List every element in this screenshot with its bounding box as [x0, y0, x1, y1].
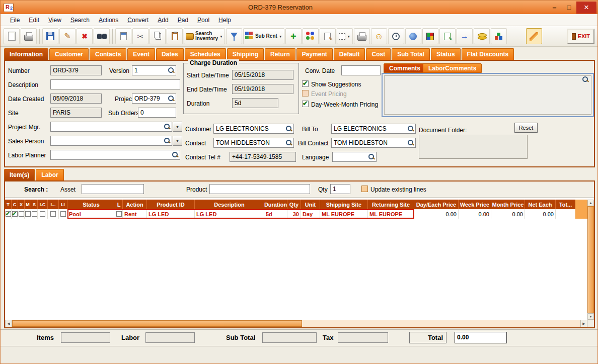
- tab-cost[interactable]: Cost: [366, 48, 391, 60]
- menu-convert[interactable]: Convert: [123, 15, 153, 25]
- toolbar-new-button[interactable]: [4, 28, 20, 44]
- menu-edit[interactable]: Edit: [24, 15, 44, 25]
- sales-person-dropdown[interactable]: [173, 136, 182, 146]
- col-header-c[interactable]: C: [12, 200, 18, 209]
- horizontal-scroll-track[interactable]: [302, 320, 580, 327]
- sub-orders-field[interactable]: 0: [138, 108, 176, 118]
- row-checkbox-ic[interactable]: [40, 211, 45, 217]
- tab-default[interactable]: Default: [334, 48, 365, 60]
- number-field[interactable]: ORD-379: [50, 65, 102, 75]
- tab-return[interactable]: Return: [265, 48, 295, 60]
- toolbar-clock-button[interactable]: [388, 28, 404, 44]
- product-input[interactable]: [209, 184, 310, 194]
- toolbar-cube-button[interactable]: [422, 28, 438, 44]
- project-mgr-field[interactable]: [50, 122, 172, 132]
- exit-button[interactable]: EXIT: [567, 29, 594, 44]
- col-header-duration[interactable]: Duration: [264, 200, 287, 209]
- menu-help[interactable]: Help: [214, 15, 236, 25]
- tab-shipping[interactable]: Shipping: [227, 48, 264, 60]
- scroll-up-arrow-icon[interactable]: [587, 200, 594, 206]
- cell-tot[interactable]: [556, 209, 575, 219]
- start-date-field[interactable]: 05/15/2018: [232, 70, 293, 80]
- bill-to-field[interactable]: LG ELECTRONICS: [331, 124, 416, 134]
- col-header-l[interactable]: L: [115, 200, 123, 209]
- version-field[interactable]: 1: [132, 65, 176, 75]
- project-field[interactable]: ORD-379: [132, 94, 176, 104]
- search-icon[interactable]: [407, 139, 414, 146]
- cell-product-id[interactable]: LG LED: [147, 209, 195, 219]
- customer-field[interactable]: LG ELECTRONICS: [213, 124, 294, 134]
- close-button[interactable]: [576, 2, 596, 14]
- contact-tel-field[interactable]: +44-17-5349-1585: [230, 152, 296, 162]
- cell-net-each[interactable]: 0.00: [525, 209, 556, 219]
- tab-comments[interactable]: Comments: [384, 63, 426, 73]
- row-checkbox-c[interactable]: [12, 211, 18, 217]
- update-existing-checkbox[interactable]: [361, 186, 368, 192]
- col-header-description[interactable]: Description: [195, 200, 264, 209]
- document-folder-area[interactable]: [419, 135, 528, 159]
- selected-row-region[interactable]: Pool Rent LG LED LG LED 5d 30 Day ML EUR…: [67, 209, 414, 219]
- col-header-shipping-site[interactable]: Shipping Site: [320, 200, 368, 209]
- date-created-field[interactable]: 05/09/2018: [50, 94, 102, 104]
- toolbar-notes-button[interactable]: [320, 28, 336, 44]
- tab-items[interactable]: Item(s): [4, 169, 35, 180]
- tab-payment[interactable]: Payment: [296, 48, 333, 60]
- show-suggestions-checkbox[interactable]: [302, 80, 309, 87]
- toolbar-selection-button[interactable]: [337, 28, 353, 44]
- search-icon[interactable]: [164, 123, 171, 130]
- tab-customer[interactable]: Customer: [49, 48, 89, 60]
- contact-field[interactable]: TOM HIDDLESTON: [213, 138, 294, 148]
- dwm-pricing-checkbox[interactable]: [302, 101, 309, 107]
- toolbar-group-button[interactable]: [303, 28, 319, 44]
- col-header-t[interactable]: T: [5, 200, 12, 209]
- search-inventory-button[interactable]: Search Inventory: [184, 28, 225, 44]
- toolbar-find-document-button[interactable]: [115, 28, 131, 44]
- search-icon[interactable]: [285, 125, 292, 132]
- col-header-idots[interactable]: I...: [48, 200, 59, 209]
- col-header-x[interactable]: X: [18, 200, 25, 209]
- scroll-down-arrow-icon[interactable]: [587, 313, 594, 320]
- col-header-ii[interactable]: I.I: [59, 200, 67, 209]
- end-date-field[interactable]: 05/19/2018: [232, 84, 293, 94]
- row-checkbox-x[interactable]: [19, 211, 24, 217]
- toolbar-cut-button[interactable]: ✂: [132, 28, 148, 44]
- tab-information[interactable]: Information: [4, 48, 48, 60]
- cell-shipping-site[interactable]: ML EUROPE: [320, 209, 368, 219]
- toolbar-funnel-button[interactable]: [226, 28, 242, 44]
- col-header-m[interactable]: M: [25, 200, 31, 209]
- search-icon[interactable]: [285, 139, 292, 146]
- cell-action[interactable]: Rent: [123, 209, 147, 219]
- bill-contact-field[interactable]: TOM HIDDLESTON: [331, 138, 416, 148]
- col-header-day-each-price[interactable]: Day/Each Price: [414, 200, 459, 209]
- toolbar-smiley-button[interactable]: ☺: [371, 28, 387, 44]
- col-header-product-id[interactable]: Product ID: [147, 200, 195, 209]
- col-header-qty[interactable]: Qty: [287, 200, 301, 209]
- col-header-tot[interactable]: Tot...: [556, 200, 575, 209]
- description-field[interactable]: [50, 79, 180, 89]
- tab-status[interactable]: Status: [431, 48, 461, 60]
- toolbar-blocks-button[interactable]: [491, 28, 507, 44]
- cell-duration[interactable]: 5d: [264, 209, 287, 219]
- tab-sub-total[interactable]: Sub Total: [392, 48, 430, 60]
- menu-add[interactable]: Add: [153, 15, 173, 25]
- search-icon[interactable]: [168, 95, 175, 102]
- toolbar-print-button[interactable]: [21, 28, 37, 44]
- vertical-scrollbar[interactable]: [587, 200, 594, 320]
- toolbar-paste-button[interactable]: [167, 28, 183, 44]
- cell-status[interactable]: Pool: [67, 209, 115, 219]
- cell-week-price[interactable]: 0.00: [459, 209, 491, 219]
- tab-event[interactable]: Event: [127, 48, 155, 60]
- cell-unit[interactable]: Day: [301, 209, 320, 219]
- cell-description[interactable]: LG LED: [195, 209, 264, 219]
- toolbar-add-button[interactable]: +: [285, 28, 302, 44]
- toolbar-edit-notes-button[interactable]: [439, 28, 456, 44]
- col-header-unit[interactable]: Unit: [301, 200, 320, 209]
- toolbar-disc-button[interactable]: [405, 28, 421, 44]
- menu-pad[interactable]: Pad: [173, 15, 193, 25]
- tab-flat-discounts[interactable]: Flat Discounts: [462, 48, 514, 60]
- menu-view[interactable]: View: [44, 15, 66, 25]
- tab-contacts[interactable]: Contacts: [90, 48, 126, 60]
- cell-month-price[interactable]: 0.00: [491, 209, 525, 219]
- toolbar-wand-button[interactable]: [526, 28, 542, 44]
- search-icon[interactable]: [168, 67, 175, 74]
